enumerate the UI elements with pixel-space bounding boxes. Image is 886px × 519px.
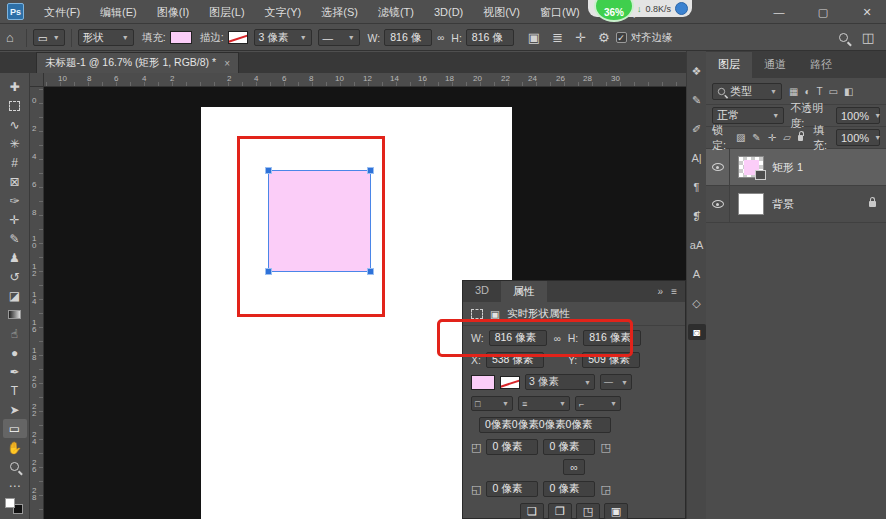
menu-item[interactable]: 滤镜(T) [368, 0, 424, 24]
stroke-color-swatch[interactable] [228, 31, 248, 44]
panel-tab[interactable]: 3D [463, 281, 501, 303]
filter-pixel-layers-icon[interactable]: ▦ [789, 86, 798, 97]
menu-item[interactable]: 图像(I) [147, 0, 199, 24]
tool-button[interactable]: ∿ [3, 115, 27, 134]
tool-button[interactable]: ✋ [3, 438, 27, 457]
panel-tab[interactable]: 路径 [798, 52, 844, 78]
opacity-dropdown[interactable]: 100% ▼ [836, 107, 880, 124]
link-dimensions-icon[interactable]: ∞ [435, 32, 446, 43]
align-edges-checkbox[interactable]: ✓ [616, 32, 627, 43]
tool-preset-dropdown[interactable]: ▭ ▼ [33, 29, 65, 46]
foreground-background-swatches[interactable] [5, 498, 23, 514]
tool-button[interactable]: ◪ [3, 286, 27, 305]
combine-shapes-icon[interactable]: ❏ [520, 503, 544, 519]
tool-button[interactable]: ➤ [3, 400, 27, 419]
close-tab-icon[interactable]: × [224, 58, 230, 69]
layer-filter-dropdown[interactable]: 类型 ▼ [712, 83, 782, 100]
blend-mode-dropdown[interactable]: 正常 ▼ [712, 107, 784, 124]
stroke-align-dropdown[interactable]: □ ▼ [471, 396, 513, 411]
layer-thumbnail[interactable] [738, 193, 764, 215]
menu-item[interactable]: 文字(Y) [255, 0, 312, 24]
panel-tab[interactable]: 通道 [752, 52, 798, 78]
tool-button[interactable]: ✚ [3, 77, 27, 96]
exclude-shape-icon[interactable]: ▣ [604, 503, 628, 519]
panel-tab[interactable]: 图层 [706, 52, 752, 78]
panel-menu-icon[interactable]: ≡ [671, 286, 677, 297]
tool-button[interactable]: ☝ [3, 324, 27, 343]
path-operations-icon[interactable]: ▣ [522, 30, 546, 45]
maximize-button[interactable]: ▢ [812, 6, 834, 19]
tool-mode-dropdown[interactable]: 形状 ▼ [78, 29, 134, 46]
intersect-shape-icon[interactable]: ◳ [576, 503, 600, 519]
tool-button[interactable] [3, 305, 27, 324]
document-tab[interactable]: 未标题-1 @ 16.7% (矩形 1, RGB/8) * × [36, 52, 239, 73]
menu-item[interactable]: 文件(F) [34, 0, 90, 24]
shape-height-field[interactable]: 816 像 [466, 29, 514, 46]
shape-width-field[interactable]: 816 像素 [489, 330, 547, 346]
shape-y-field[interactable]: 509 像素 [582, 352, 640, 368]
home-icon[interactable]: ⌂ [0, 30, 20, 45]
minimize-button[interactable]: — [768, 6, 790, 18]
shape-height-field[interactable]: 816 像素 [583, 330, 641, 346]
tool-button[interactable] [3, 457, 27, 476]
workspace-icon[interactable]: ◫ [862, 30, 874, 45]
tool-button[interactable] [3, 96, 27, 115]
fill-color-swatch[interactable] [170, 31, 192, 44]
fill-color-swatch[interactable] [471, 375, 495, 390]
tool-button[interactable]: T [3, 381, 27, 400]
subtract-shape-icon[interactable]: ❐ [548, 503, 572, 519]
shape-width-field[interactable]: 816 像 [384, 29, 432, 46]
search-icon[interactable] [839, 33, 848, 42]
menu-item[interactable]: 选择(S) [311, 0, 368, 24]
collapse-panel-icon[interactable]: » [658, 286, 664, 297]
corner-top-right-field[interactable]: 0 像素 [543, 439, 595, 455]
stroke-corner-dropdown[interactable]: ⌐ ▼ [575, 396, 621, 411]
lock-pixels-icon[interactable]: ✎ [752, 132, 760, 143]
layer-row[interactable]: 背景 [706, 186, 886, 223]
stroke-width-dropdown[interactable]: 3 像素 ▼ [525, 374, 595, 390]
tool-button[interactable]: ⋯ [3, 476, 27, 495]
lock-all-icon[interactable] [798, 135, 803, 141]
corner-top-left-field[interactable]: 0 像素 [486, 439, 538, 455]
lock-position-icon[interactable]: ✛ [768, 132, 776, 143]
close-button[interactable]: ✕ [856, 6, 878, 19]
lock-transparency-icon[interactable]: ▨ [736, 132, 745, 143]
layer-fill-dropdown[interactable]: 100% ▼ [836, 129, 880, 146]
stroke-type-dropdown[interactable]: — ▼ [318, 29, 360, 46]
menu-item[interactable]: 编辑(E) [90, 0, 147, 24]
path-arrangement-icon[interactable]: ✛ [569, 30, 592, 45]
filter-adjustment-layers-icon[interactable]: ◐ [804, 86, 810, 97]
tool-button[interactable]: ✎ [3, 229, 27, 248]
combined-corner-radius-field[interactable]: 0像素0像素0像素0像素 [479, 417, 611, 433]
selection-handle-bottom-left[interactable] [265, 268, 272, 275]
menu-item[interactable]: 视图(V) [473, 0, 530, 24]
lock-artboard-icon[interactable]: ▱ [783, 132, 791, 143]
filter-type-layers-icon[interactable]: T [817, 86, 823, 97]
layer-row[interactable]: 矩形 1 [706, 149, 886, 186]
stroke-color-swatch[interactable] [500, 376, 520, 389]
pink-rectangle-shape[interactable] [268, 170, 371, 272]
tool-button[interactable]: # [3, 153, 27, 172]
corner-bottom-left-field[interactable]: 0 像素 [486, 481, 538, 497]
tool-button[interactable]: ▭ [3, 419, 27, 438]
tool-button[interactable]: ✒ [3, 362, 27, 381]
menu-item[interactable]: 窗口(W) [530, 0, 590, 24]
tool-button[interactable]: ● [3, 343, 27, 362]
shape-x-field[interactable]: 538 像素 [486, 352, 544, 368]
panel-tab[interactable]: 属性 [501, 281, 547, 303]
selection-handle-top-right[interactable] [367, 167, 374, 174]
filter-smart-objects-icon[interactable]: ◧ [844, 86, 853, 97]
stroke-width-dropdown[interactable]: 3 像素 ▼ [254, 29, 312, 46]
filter-shape-layers-icon[interactable]: ▭ [829, 86, 838, 97]
assistant-ball-icon[interactable] [675, 2, 688, 15]
stroke-type-dropdown[interactable]: — ▼ [600, 374, 632, 390]
layer-visibility-eye-icon[interactable] [712, 163, 724, 171]
layer-visibility-eye-icon[interactable] [712, 200, 724, 208]
menu-item[interactable]: 3D(D) [424, 0, 473, 24]
link-dimensions-icon[interactable]: ∞ [552, 333, 563, 344]
tool-button[interactable]: ✳ [3, 134, 27, 153]
selection-handle-bottom-right[interactable] [367, 268, 374, 275]
path-alignment-icon[interactable]: ≣ [546, 30, 569, 45]
foreground-color-swatch[interactable] [5, 498, 15, 508]
tool-button[interactable]: ↺ [3, 267, 27, 286]
